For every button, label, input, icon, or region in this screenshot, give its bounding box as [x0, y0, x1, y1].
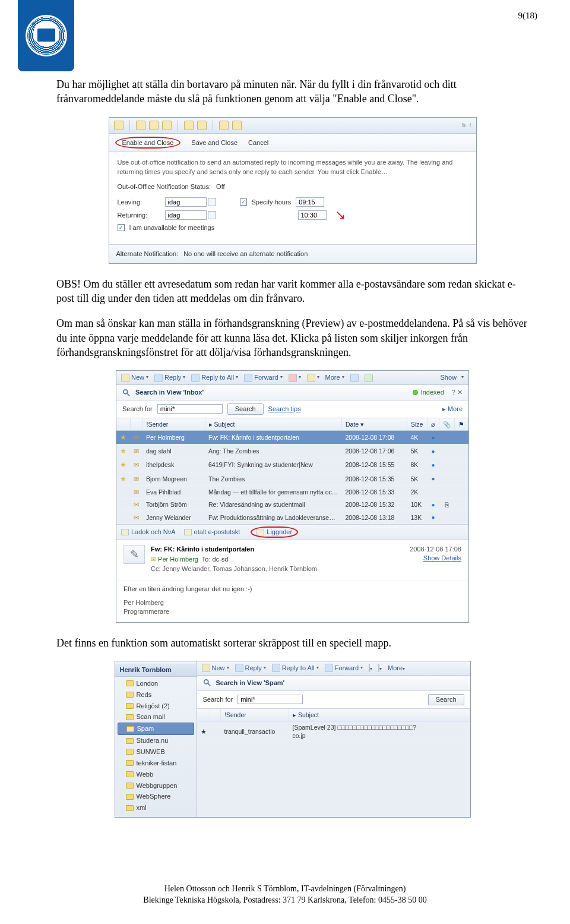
col-flag2[interactable]: ⚑ — [455, 418, 468, 431]
enable-and-close-button[interactable]: Enable and Close — [115, 137, 181, 149]
col-subject[interactable]: ▸ Subject — [205, 418, 342, 431]
reply-all-button[interactable]: Reply to All▾ — [272, 664, 319, 673]
leave-time-input[interactable] — [296, 197, 324, 207]
sidebar-folder[interactable]: Scan mail — [115, 711, 197, 723]
paragraph-3: Om man så önskar kan man ställa in förha… — [56, 316, 528, 359]
alternate-notification-label: Alternate Notification: — [116, 250, 179, 257]
search-icon — [203, 679, 211, 687]
refresh-icon[interactable] — [365, 374, 373, 382]
col-date[interactable]: Date ▾ — [342, 418, 407, 431]
col-subject[interactable]: ▸ Subject — [289, 709, 470, 721]
spam-search-title: Search in View 'Spam' — [197, 676, 470, 691]
ooo-status-value: Off — [216, 183, 224, 190]
new-button[interactable]: New▾ — [121, 373, 148, 382]
folder-icon — [126, 783, 134, 789]
folder-button[interactable]: ▾ — [378, 664, 382, 673]
undo-icon[interactable] — [184, 121, 194, 130]
tab-ladok[interactable]: Ladok och NvA — [121, 528, 176, 537]
italic-icon[interactable]: i — [469, 121, 471, 130]
star-icon: ★ — [120, 447, 126, 455]
more-button[interactable]: More▾ — [388, 664, 405, 673]
sidebar-folder[interactable]: Webb — [115, 769, 197, 780]
cancel-button[interactable]: Cancel — [248, 138, 268, 147]
tab-epost[interactable]: otalt e-postutskt — [184, 528, 240, 537]
sidebar-folder[interactable]: WebSphere — [115, 791, 197, 802]
returning-date-input[interactable] — [165, 210, 207, 220]
table-row[interactable]: ★✉Per HolmbergFw: FK: Kårinfo i studentp… — [116, 430, 468, 444]
sidebar-folder[interactable]: Spam — [118, 723, 194, 735]
search-view-title: Search in View 'Inbox' — [135, 388, 204, 397]
annotation-arrow-icon: ↘ — [335, 211, 346, 219]
col-clip[interactable]: 📎 — [439, 418, 455, 431]
copy-icon[interactable] — [149, 121, 159, 130]
sidebar-folder[interactable]: Religöst (2) — [115, 701, 197, 712]
calendar-icon[interactable] — [208, 198, 216, 206]
specify-hours-checkbox[interactable]: ✓ — [240, 198, 247, 206]
returning-label: Returning: — [118, 211, 160, 220]
help-icon[interactable]: ? ✕ — [452, 388, 463, 397]
col-size[interactable]: Size — [407, 418, 428, 431]
sidebar-folder[interactable]: SUNWEB — [115, 746, 197, 758]
table-row[interactable]: ★✉dag stahlAng: The Zombies2008-12-08 17… — [116, 444, 468, 458]
search-button[interactable]: Search — [227, 403, 264, 415]
search-input[interactable] — [157, 404, 223, 414]
flag-button[interactable]: ▾ — [289, 374, 301, 382]
show-button[interactable]: Show — [440, 373, 457, 382]
calendar-icon[interactable] — [208, 211, 216, 219]
cut-icon[interactable] — [136, 121, 145, 130]
sidebar-folder[interactable]: xml — [115, 802, 197, 813]
show-details-link[interactable]: Show Details — [410, 554, 461, 563]
envelope-icon: ✉ — [151, 556, 156, 563]
table-row[interactable]: ✉Torbjörn StrömRe: Vidaresändning av stu… — [116, 498, 468, 511]
col-attach[interactable]: ⌀ — [428, 418, 439, 431]
save-and-close-button[interactable]: Save and Close — [191, 138, 238, 147]
search-button[interactable]: Search — [428, 694, 464, 705]
compose-icon: ✎ — [124, 545, 145, 564]
reply-button[interactable]: Reply▾ — [154, 373, 185, 382]
return-time-input[interactable] — [298, 210, 327, 220]
col-sender[interactable]: !Sender — [142, 418, 205, 431]
col-sender[interactable]: !Sender — [221, 709, 289, 721]
table-row[interactable]: ★ tranquil_transactio [SpamLevel 23] □□□… — [197, 721, 470, 742]
saveas-icon[interactable] — [232, 121, 242, 130]
flag-button[interactable]: ▾ — [369, 664, 372, 673]
envelope-icon: ✉ — [134, 514, 139, 521]
new-button[interactable]: New▾ — [202, 664, 229, 673]
sidebar-folder[interactable]: Webbgruppen — [115, 780, 197, 791]
reply-all-button[interactable]: Reply to All▾ — [191, 373, 238, 382]
unavailable-checkbox[interactable]: ✓ — [118, 224, 125, 231]
table-row[interactable]: ★✉ithelpdesk6419|FYI: Synkning av studen… — [116, 458, 468, 472]
envelope-icon: ✉ — [134, 501, 139, 508]
table-row[interactable]: ★✉Bjorn MogreenThe Zombies2008-12-08 15:… — [116, 472, 468, 485]
redo-icon[interactable] — [197, 121, 207, 130]
page-footer: Helen Ottosson och Henrik S Törnblom, IT… — [0, 883, 570, 906]
envelope-icon: ✉ — [134, 461, 139, 468]
paste-icon[interactable] — [162, 121, 172, 130]
col-flag[interactable] — [116, 418, 130, 431]
toolbar-icon[interactable] — [114, 121, 124, 130]
search-tips-link[interactable]: Search tips — [268, 405, 301, 414]
search-input[interactable] — [238, 695, 303, 704]
envelope-icon: ✉ — [134, 475, 139, 483]
inbox-toolbar: New▾ Reply▾ Reply to All▾ Forward▾ ▾ ▾ M… — [116, 371, 468, 385]
folder-button[interactable]: ▾ — [307, 374, 319, 382]
reply-button[interactable]: Reply▾ — [235, 664, 266, 673]
save-icon[interactable] — [219, 121, 229, 130]
sidebar-folder[interactable]: Studera.nu — [115, 735, 197, 746]
folder-icon — [126, 726, 134, 732]
sidebar-folder[interactable]: Reds — [115, 689, 197, 701]
envelope-icon: ✉ — [134, 488, 139, 496]
preview-body: Efter en liten ändring fungerar det nu i… — [116, 581, 468, 622]
forward-button[interactable]: Forward▾ — [325, 664, 363, 673]
svg-point-2 — [204, 680, 208, 684]
sidebar-folder[interactable]: London — [115, 678, 197, 689]
sidebar-folder[interactable]: tekniker-listan — [115, 758, 197, 769]
bold-icon[interactable]: b — [462, 121, 466, 130]
print-icon[interactable] — [350, 374, 359, 382]
table-row[interactable]: ✉Eva PihlbladMåndag — ett tillfälle för … — [116, 485, 468, 498]
more-toggle[interactable]: ▸ More — [442, 405, 463, 414]
leaving-date-input[interactable] — [165, 197, 207, 207]
table-row[interactable]: ✉Jenny WelanderFw: Produktionssättning a… — [116, 511, 468, 524]
more-button[interactable]: More▾ — [325, 373, 344, 382]
forward-button[interactable]: Forward▾ — [244, 373, 282, 382]
